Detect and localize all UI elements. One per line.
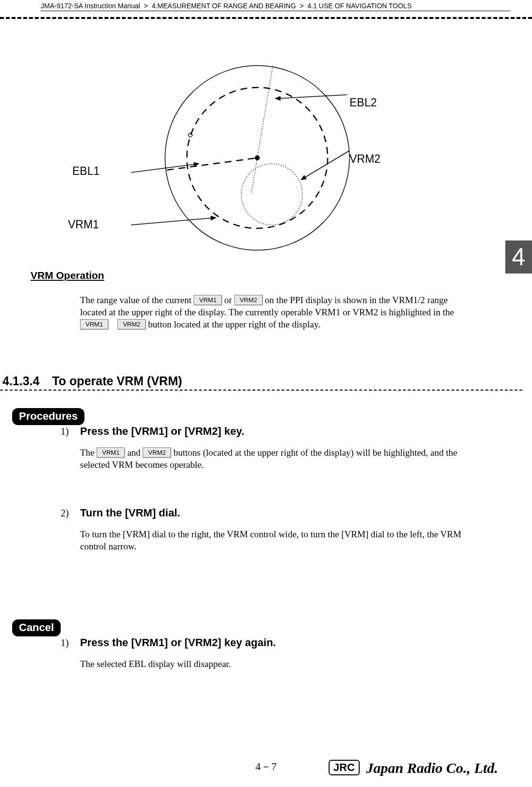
step2-number: 2) [61,508,74,519]
svg-line-6 [257,66,273,158]
chapter-tab: 4 [505,240,532,274]
step1-body: The VRM1 and VRM2 buttons (located at th… [80,446,468,471]
cancel-label: Cancel [12,619,61,636]
vrm-operation-heading: VRM Operation [31,270,104,281]
step1-text-2: and [127,447,143,458]
chapter-title: 4.MEASUREMENT OF RANGE AND BEARING [152,2,296,10]
cancel-pill: Cancel [12,619,61,636]
svg-line-7 [251,158,257,193]
brand-logo: JRC Japan Radio Co., Ltd. [329,760,498,776]
procedures-label: Procedures [12,408,84,425]
svg-line-5 [167,158,257,170]
label-vrm1: VRM1 [68,218,99,231]
step1-text-1: The [80,447,97,458]
svg-point-4 [188,133,192,137]
procedures-pill: Procedures [12,408,84,425]
brand-name: Japan Radio Co., Ltd. [366,760,498,776]
vrm-op-text-4: button located at the upper right of the… [148,319,320,329]
header-breadcrumb: JMA-9172-SA Instruction Manual > 4.MEASU… [41,2,510,11]
step2-body: To turn the [VRM] dial to the right, the… [80,528,468,552]
step1-vrm1-btn: VRM1 [97,447,125,458]
top-dashed-rule [0,17,532,19]
subsection-number: 4.1.3.4 [2,374,39,388]
section-title: 4.1 USE OF NAVIGATION TOOLS [308,2,412,10]
label-ebl1: EBL1 [72,165,100,178]
breadcrumb-sep-2: > [299,2,303,10]
label-ebl2: EBL2 [349,96,377,109]
radar-diagram [131,56,359,255]
vrm2-button-inline-2: VRM2 [117,319,146,329]
svg-line-8 [275,95,347,99]
step2-title: Turn the [VRM] dial. [80,507,180,519]
vrm-op-text-1: The range value of the current [80,295,194,305]
manual-title: JMA-9172-SA Instruction Manual [41,2,140,10]
subsection-title: To operate VRM (VRM) [52,374,182,388]
cancel-step1-body: The selected EBL display will disappear. [80,658,468,670]
jrc-box: JRC [329,760,360,775]
breadcrumb-sep-1: > [144,2,148,10]
cancel-step1-number: 1) [61,637,74,649]
vrm1-button-inline-2: VRM1 [80,319,108,329]
label-vrm2: VRM2 [349,153,381,166]
svg-point-2 [241,164,302,225]
step1-number: 1) [61,426,74,437]
svg-line-11 [131,218,216,225]
vrm2-button-inline: VRM2 [234,295,263,305]
vrm-operation-body: The range value of the current VRM1 or V… [80,294,468,330]
vrm1-button-inline: VRM1 [194,295,222,305]
vrm-op-text-2: or [224,295,234,305]
subsection-dashed-rule [0,390,522,391]
cancel-step1-title: Press the [VRM1] or [VRM2] key again. [80,636,276,649]
step1-title: Press the [VRM1] or [VRM2] key. [80,425,244,437]
step1-vrm2-btn: VRM2 [143,447,171,458]
